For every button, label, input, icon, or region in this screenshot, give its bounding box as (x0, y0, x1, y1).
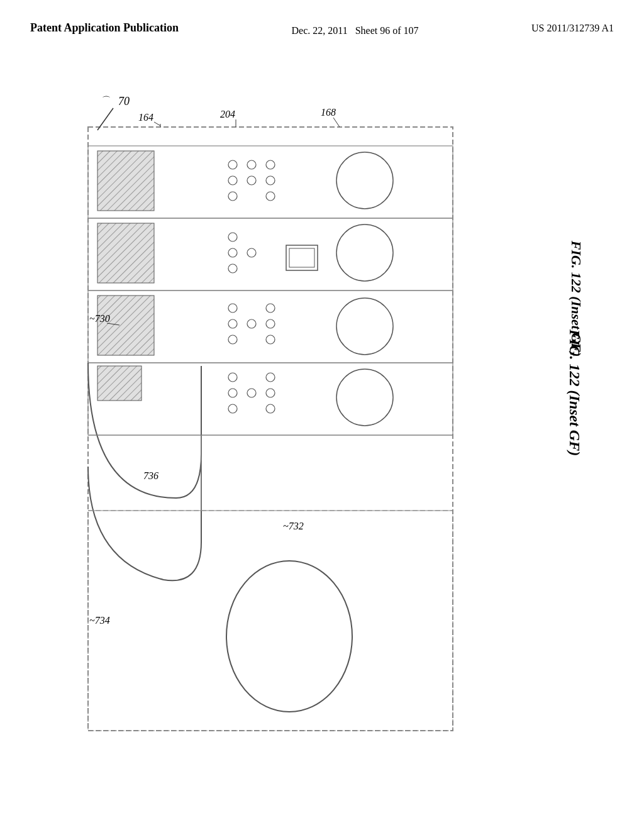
svg-text:164: 164 (138, 112, 153, 123)
svg-point-50 (336, 369, 393, 426)
svg-rect-32 (97, 296, 154, 355)
svg-rect-12 (97, 151, 154, 211)
svg-text:168: 168 (321, 107, 336, 118)
svg-point-46 (247, 389, 256, 397)
svg-point-18 (266, 176, 275, 185)
svg-point-54 (226, 561, 352, 712)
svg-rect-23 (97, 223, 154, 283)
svg-point-36 (247, 319, 256, 328)
svg-point-35 (228, 319, 237, 328)
svg-point-38 (228, 335, 237, 344)
svg-line-6 (154, 122, 160, 126)
svg-rect-28 (286, 245, 318, 270)
svg-point-40 (336, 298, 393, 355)
svg-point-37 (266, 319, 275, 328)
svg-point-21 (336, 152, 393, 209)
svg-point-15 (266, 160, 275, 169)
publication-date-sheet: Dec. 22, 2011 Sheet 96 of 107 (292, 20, 419, 39)
svg-point-27 (228, 264, 237, 273)
sheet-number: Sheet 96 of 107 (355, 25, 419, 36)
publication-date: Dec. 22, 2011 (292, 25, 348, 36)
svg-point-17 (247, 176, 256, 185)
main-content: FIG. 122 (Inset GF) 70 ⌒ 164 204 168 (0, 39, 644, 806)
svg-point-20 (266, 192, 275, 201)
svg-point-24 (228, 233, 237, 241)
svg-point-49 (266, 404, 275, 413)
svg-point-33 (228, 304, 237, 313)
svg-text:~730: ~730 (89, 313, 110, 324)
svg-rect-29 (289, 248, 314, 267)
svg-text:70: 70 (118, 95, 130, 108)
svg-rect-0 (88, 127, 453, 731)
svg-text:⌒: ⌒ (102, 96, 111, 105)
publication-title: Patent Application Publication (30, 20, 179, 36)
svg-rect-42 (97, 366, 142, 401)
diagram-svg: 70 ⌒ 164 204 168 (50, 89, 528, 781)
svg-point-44 (266, 373, 275, 382)
svg-text:204: 204 (220, 109, 235, 119)
patent-diagram: 70 ⌒ 164 204 168 (50, 89, 528, 781)
svg-text:~734: ~734 (89, 615, 110, 626)
svg-point-34 (266, 304, 275, 313)
svg-text:~732: ~732 (283, 521, 304, 531)
svg-text:736: 736 (143, 470, 158, 481)
fig-label-rotated: FIG. 122 (Inset GF) (569, 240, 585, 357)
svg-rect-62 (88, 511, 453, 731)
svg-line-10 (333, 118, 340, 127)
patent-number: US 2011/312739 A1 (531, 20, 614, 34)
svg-point-47 (266, 389, 275, 397)
svg-point-19 (228, 192, 237, 201)
svg-point-16 (228, 176, 237, 185)
svg-point-26 (247, 248, 256, 257)
page-header: Patent Application Publication Dec. 22, … (0, 0, 644, 39)
svg-rect-41 (88, 363, 453, 435)
svg-point-30 (336, 224, 393, 281)
svg-point-13 (228, 160, 237, 169)
svg-point-45 (228, 389, 237, 397)
svg-point-25 (228, 248, 237, 257)
svg-point-39 (266, 335, 275, 344)
svg-point-48 (228, 404, 237, 413)
svg-point-14 (247, 160, 256, 169)
svg-point-43 (228, 373, 237, 382)
